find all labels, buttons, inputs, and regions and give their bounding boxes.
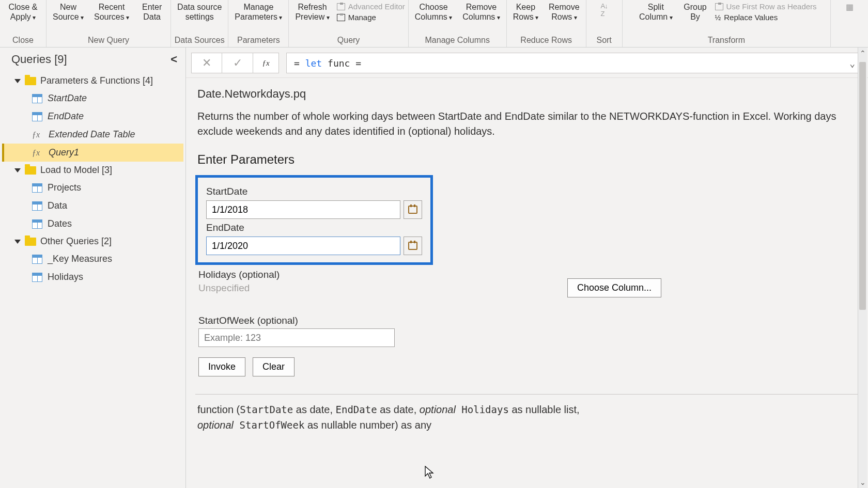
calendar-icon (408, 206, 417, 214)
query-item[interactable]: Projects (2, 179, 183, 197)
ribbon-group-close: Close (3, 35, 43, 46)
ribbon-group-newquery: New Query (50, 35, 167, 46)
startdate-calendar-button[interactable] (404, 200, 422, 219)
manage-parameters-button[interactable]: Manage Parameters (231, 1, 285, 23)
enddate-calendar-button[interactable] (404, 237, 422, 255)
query-group[interactable]: Other Queries [2] (2, 233, 183, 250)
function-signature: function (StartDate as date, EndDate as … (197, 402, 848, 433)
remove-rows-button[interactable]: Remove Rows (546, 1, 583, 23)
query-item[interactable]: Holidays (2, 268, 183, 286)
query-item-label: Dates (48, 218, 72, 229)
ribbon-group-sort: Sort (590, 35, 619, 46)
invoke-button[interactable]: Invoke (198, 357, 245, 376)
enddate-input[interactable] (206, 237, 400, 255)
query-group[interactable]: Load to Model [3] (2, 162, 183, 179)
ribbon-group-query: Query (292, 35, 405, 46)
chevron-down-icon (14, 168, 21, 172)
chevron-down-icon (14, 79, 21, 83)
enter-data-button[interactable]: Enter Data (136, 1, 167, 23)
ribbon-group-transform: Transform (626, 35, 827, 46)
table-icon (32, 183, 42, 193)
replace-icon: ½ (715, 13, 721, 22)
scroll-thumb[interactable] (859, 62, 866, 310)
remove-columns-button[interactable]: Remove Columns (459, 1, 503, 23)
calendar-icon (408, 242, 417, 250)
query-group-label: Other Queries [2] (40, 236, 112, 247)
table-icon (32, 255, 42, 264)
query-item[interactable]: _Key Measures (2, 250, 183, 268)
queries-tree: Parameters & Functions [4]StartDateEndDa… (0, 69, 185, 289)
refresh-preview-button[interactable]: Refresh Preview (292, 1, 332, 23)
table-icon (32, 112, 42, 121)
use-first-row-headers-button[interactable]: Use First Row as Headers (715, 2, 817, 11)
query-item-label: StartDate (48, 93, 87, 104)
editor-panel: ✕ ✓ ƒx = let func = ⌄ Date.Networkdays.p… (186, 48, 868, 488)
date-params-highlight: StartDate EndDate (195, 175, 433, 265)
choose-column-button[interactable]: Choose Column... (567, 278, 661, 297)
formula-input[interactable]: = let func = ⌄ (286, 53, 863, 73)
formula-bar: ✕ ✓ ƒx = let func = ⌄ (186, 48, 868, 78)
query-item[interactable]: Data (2, 197, 183, 215)
query-item-label: Data (48, 200, 67, 211)
ribbon: Close & Apply Close New Source Recent So… (0, 0, 868, 48)
ribbon-group-managecols: Manage Columns (412, 35, 503, 46)
editor-icon (337, 3, 345, 10)
query-item[interactable]: ƒxExtended Date Table (2, 125, 183, 144)
group-by-button[interactable]: Group By (680, 1, 711, 23)
ribbon-group-datasources: Data Sources (174, 35, 225, 46)
fx-icon: ƒx (32, 148, 43, 158)
folder-icon (25, 238, 36, 246)
data-source-settings-button[interactable]: Data source settings (174, 1, 225, 23)
query-item[interactable]: StartDate (2, 89, 183, 107)
formula-commit-button[interactable]: ✓ (222, 53, 253, 73)
folder-icon (25, 166, 36, 175)
query-item-label: Query1 (49, 147, 79, 158)
headers-icon (715, 3, 723, 10)
vertical-scrollbar[interactable]: ⌃ ⌄ (858, 48, 867, 488)
query-item[interactable]: Dates (2, 215, 183, 233)
scroll-up-button[interactable]: ⌃ (858, 48, 867, 59)
new-source-button[interactable]: New Source (50, 1, 87, 23)
replace-values-button[interactable]: ½ Replace Values (715, 13, 817, 22)
formula-cancel-button[interactable]: ✕ (191, 53, 222, 73)
ribbon-group-parameters: Parameters (231, 35, 285, 46)
query-item[interactable]: ƒxQuery1 (2, 144, 183, 162)
enter-parameters-heading: Enter Parameters (197, 152, 859, 167)
advanced-editor-button[interactable]: Advanced Editor (337, 2, 405, 11)
sort-asc-button[interactable]: A↓Z (601, 2, 608, 18)
choose-columns-button[interactable]: Choose Columns (412, 1, 455, 23)
clear-button[interactable]: Clear (253, 357, 295, 376)
recent-sources-button[interactable]: Recent Sources (91, 1, 132, 23)
scroll-down-button[interactable]: ⌄ (858, 477, 867, 488)
function-title: Date.Networkdays.pq (197, 87, 859, 101)
manage-query-button[interactable]: Manage (337, 13, 405, 22)
query-group[interactable]: Parameters & Functions [4] (2, 72, 183, 89)
collapse-queries-button[interactable]: < (171, 53, 177, 66)
fx-icon: ƒx (32, 130, 43, 139)
query-item[interactable]: EndDate (2, 107, 183, 125)
query-group-label: Parameters & Functions [4] (40, 75, 153, 86)
query-item-label: Projects (48, 182, 81, 193)
ribbon-overflow-button[interactable]: ▦ (834, 1, 865, 13)
enddate-label: EndDate (206, 222, 422, 233)
table-icon (32, 201, 42, 211)
table-icon (32, 94, 42, 103)
close-apply-button[interactable]: Close & Apply (5, 1, 40, 23)
startdate-label: StartDate (206, 186, 422, 197)
split-column-button[interactable]: Split Column (636, 1, 675, 23)
ribbon-group-reducerows: Reduce Rows (510, 35, 583, 46)
startofweek-label: StartOfWeek (optional) (198, 315, 859, 326)
query-item-label: EndDate (48, 111, 84, 122)
query-item-label: Holidays (48, 272, 83, 282)
query-item-label: Extended Date Table (49, 129, 135, 140)
function-description: Returns the number of whole working days… (197, 109, 848, 139)
queries-panel: Queries [9] < Parameters & Functions [4]… (0, 48, 186, 488)
table-icon (32, 219, 42, 229)
startdate-input[interactable] (206, 200, 400, 219)
query-group-label: Load to Model [3] (40, 165, 112, 176)
queries-header-title: Queries [9] (11, 53, 67, 66)
formula-expand-button[interactable]: ⌄ (849, 58, 855, 69)
query-item-label: _Key Measures (48, 254, 112, 264)
keep-rows-button[interactable]: Keep Rows (510, 1, 541, 23)
startofweek-input[interactable] (198, 328, 395, 347)
